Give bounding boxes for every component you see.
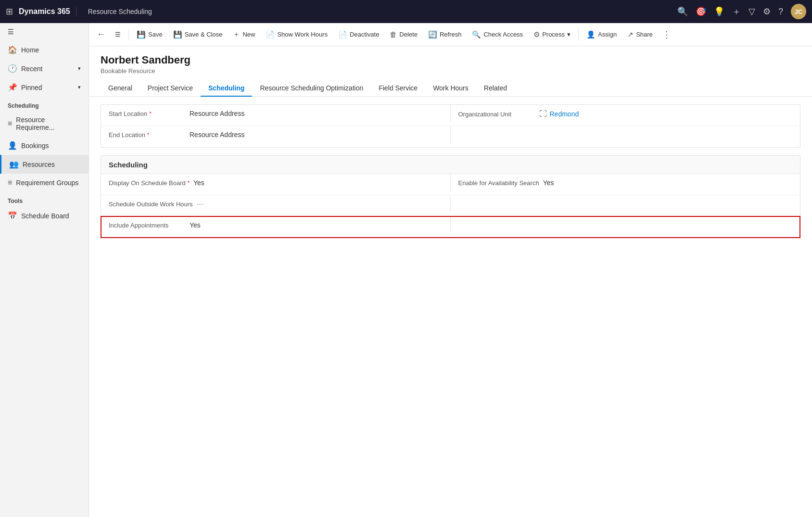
check-access-button[interactable]: 🔍 Check Access (467, 27, 528, 42)
process-button[interactable]: ⚙ Process ▾ (529, 27, 575, 42)
sidebar-menu-toggle[interactable]: ☰ (0, 23, 89, 40)
pin-icon: 📌 (8, 83, 17, 92)
new-label: New (242, 31, 255, 38)
sidebar: ☰ 🏠 Home 🕐 Recent ▾ 📌 Pinned ▾ Schedulin… (0, 23, 89, 517)
tab-resource-scheduling-opt[interactable]: Resource Scheduling Optimization (252, 80, 371, 97)
add-icon[interactable]: ＋ (732, 6, 741, 17)
display-schedule-value[interactable]: Yes (190, 179, 443, 187)
req-groups-icon: ≡ (8, 178, 12, 187)
sidebar-item-home[interactable]: 🏠 Home (0, 40, 89, 59)
tabs-bar: General Project Service Scheduling Resou… (89, 80, 812, 97)
org-unit-value[interactable]: ⛶ Redmond (535, 110, 793, 118)
end-location-text: End Location (109, 131, 145, 139)
show-work-hours-button[interactable]: 📄 Show Work Hours (261, 27, 332, 42)
schedule-outside-value[interactable]: --- (193, 200, 443, 208)
sidebar-resources-label: Resources (23, 161, 55, 168)
target-icon[interactable]: 🎯 (696, 6, 706, 17)
record-name: Norbert Sandberg (101, 54, 800, 66)
share-icon: ↗ (627, 30, 634, 39)
include-appointments-value[interactable]: Yes (186, 221, 443, 229)
assign-label: Assign (598, 31, 617, 38)
sidebar-bookings-label: Bookings (21, 142, 49, 150)
scheduling-section: Scheduling Display On Schedule Board * Y… (101, 155, 800, 238)
search-icon[interactable]: 🔍 (677, 6, 688, 17)
start-location-value[interactable]: Resource Address (186, 110, 443, 117)
back-button[interactable]: ← (93, 26, 109, 42)
new-button[interactable]: ＋ New (228, 27, 260, 42)
enable-availability-value[interactable]: Yes (539, 179, 792, 187)
more-options-button[interactable]: ⋮ (659, 27, 675, 42)
show-work-hours-label: Show Work Hours (277, 31, 328, 38)
delete-button[interactable]: 🗑 Delete (385, 27, 422, 41)
end-location-value[interactable]: Resource Address (186, 131, 443, 139)
save-close-button[interactable]: 💾 Save & Close (168, 27, 228, 42)
schedule-outside-cell: Schedule Outside Work Hours --- (101, 195, 451, 213)
tab-general[interactable]: General (101, 80, 140, 97)
sidebar-scheduling-header: Scheduling (0, 97, 89, 111)
org-unit-link-text[interactable]: Redmond (550, 110, 579, 118)
record-header: Norbert Sandberg Bookable Resource (89, 46, 812, 75)
deactivate-button[interactable]: 📄 Deactivate (333, 27, 384, 42)
share-button[interactable]: ↗ Share (622, 27, 658, 42)
tab-project-service[interactable]: Project Service (140, 80, 201, 97)
display-schedule-cell: Display On Schedule Board * Yes (101, 174, 451, 191)
location-section: Start Location * Resource Address Organi… (101, 104, 800, 148)
sidebar-item-bookings[interactable]: 👤 Bookings (0, 136, 89, 155)
tab-work-hours[interactable]: Work Hours (425, 80, 476, 97)
end-location-right-cell (451, 126, 800, 136)
app-title: Dynamics 365 (19, 7, 76, 16)
filter-icon[interactable]: ▽ (749, 6, 755, 17)
end-location-label: End Location * (109, 131, 186, 139)
sidebar-item-recent[interactable]: 🕐 Recent ▾ (0, 59, 89, 78)
grid-icon[interactable]: ⊞ (6, 6, 13, 17)
sidebar-item-pinned[interactable]: 📌 Pinned ▾ (0, 78, 89, 97)
check-access-label: Check Access (483, 31, 523, 38)
save-button[interactable]: 💾 Save (132, 27, 167, 42)
tab-scheduling[interactable]: Scheduling (201, 80, 252, 97)
settings-icon[interactable]: ⚙ (763, 6, 771, 17)
app-name: Resource Scheduling (82, 8, 152, 15)
tab-related[interactable]: Related (476, 80, 515, 97)
sidebar-item-resource-requirements[interactable]: ≡ Resource Requireme... (0, 111, 89, 136)
user-avatar[interactable]: JC (791, 4, 806, 19)
sidebar-schedule-board-label: Schedule Board (21, 212, 69, 220)
tab-field-service[interactable]: Field Service (371, 80, 425, 97)
save-close-icon: 💾 (173, 30, 182, 39)
main-layout: ☰ 🏠 Home 🕐 Recent ▾ 📌 Pinned ▾ Schedulin… (0, 23, 812, 517)
display-schedule-label: Display On Schedule Board * (109, 179, 190, 187)
save-label: Save (148, 31, 163, 38)
schedule-outside-row: Schedule Outside Work Hours --- (101, 195, 800, 216)
org-unit-label: Organizational Unit (458, 111, 535, 118)
schedule-outside-right-cell (451, 195, 800, 205)
refresh-icon: 🔄 (428, 30, 437, 39)
record-type: Bookable Resource (101, 67, 800, 75)
sidebar-tools-header: Tools (0, 192, 89, 206)
include-appointments-cell: Include Appointments Yes (101, 216, 451, 234)
cmd-divider-2 (578, 29, 579, 40)
recent-chevron-icon: ▾ (78, 65, 81, 72)
display-schedule-row: Display On Schedule Board * Yes Enable f… (101, 174, 800, 195)
include-appointments-label: Include Appointments (109, 222, 186, 229)
end-location-required: * (147, 132, 149, 138)
delete-icon: 🗑 (390, 30, 397, 38)
include-appointments-right-cell (451, 216, 800, 226)
start-location-required: * (149, 111, 151, 116)
sidebar-item-requirement-groups[interactable]: ≡ Requirement Groups (0, 174, 89, 192)
right-content-wrapper: ← ☰ 💾 Save 💾 Save & Close ＋ New 📄 Show W… (89, 23, 812, 517)
end-location-cell: End Location * Resource Address (101, 126, 451, 143)
assign-button[interactable]: 👤 Assign (582, 27, 622, 42)
help-icon[interactable]: ? (778, 7, 783, 17)
save-close-label: Save & Close (185, 31, 223, 38)
refresh-button[interactable]: 🔄 Refresh (423, 27, 467, 42)
display-schedule-text: Display On Schedule Board (109, 179, 186, 187)
sidebar-req-groups-label: Requirement Groups (16, 179, 78, 187)
sidebar-item-resources[interactable]: 👥 Resources (0, 155, 89, 174)
recent-icon: 🕐 (8, 64, 17, 73)
sidebar-resource-req-label: Resource Requireme... (16, 116, 81, 131)
sidebar-item-schedule-board[interactable]: 📅 Schedule Board (0, 206, 89, 225)
bulb-icon[interactable]: 💡 (714, 6, 724, 17)
form-toggle-button[interactable]: ☰ (110, 28, 126, 41)
cmd-divider-1 (128, 29, 129, 40)
assign-icon: 👤 (586, 30, 596, 39)
process-label: Process (542, 31, 565, 38)
